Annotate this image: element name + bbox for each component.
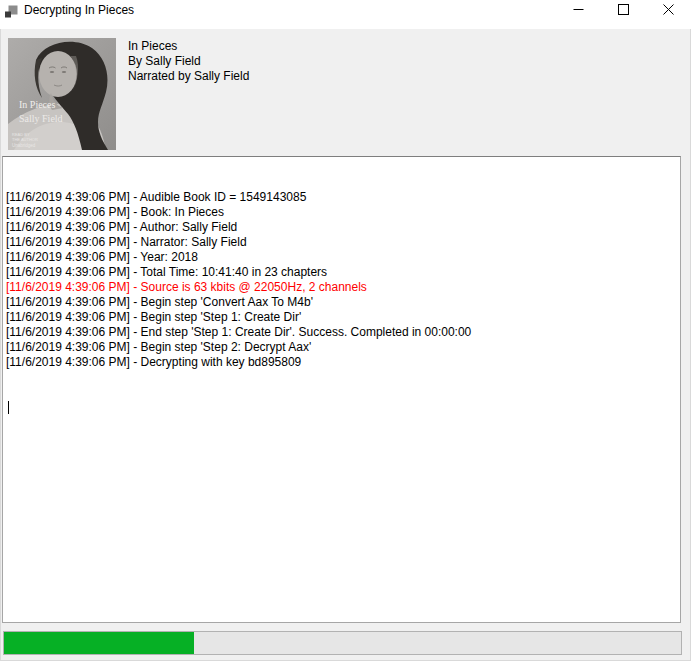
log-line: [11/6/2019 4:39:06 PM] - Begin step 'Ste… xyxy=(6,340,677,355)
minimize-icon xyxy=(573,4,584,15)
maximize-icon xyxy=(618,4,629,15)
log-line: [11/6/2019 4:39:06 PM] - Author: Sally F… xyxy=(6,220,677,235)
log-line: [11/6/2019 4:39:06 PM] - Begin step 'Con… xyxy=(6,295,677,310)
book-cover-art: In Pieces Sally Field READ BY THE AUTHOR… xyxy=(8,38,116,150)
log-line: [11/6/2019 4:39:06 PM] - End step 'Step … xyxy=(6,325,677,340)
text-caret xyxy=(8,401,9,414)
log-line: [11/6/2019 4:39:06 PM] - Total Time: 10:… xyxy=(6,265,677,280)
title-bar[interactable]: Decrypting In Pieces xyxy=(0,0,691,29)
window-title: Decrypting In Pieces xyxy=(24,3,134,17)
log-line: [11/6/2019 4:39:06 PM] - Source is 63 kb… xyxy=(6,280,677,295)
log-line: [11/6/2019 4:39:06 PM] - Audible Book ID… xyxy=(6,190,677,205)
window-controls xyxy=(556,0,691,20)
app-icon[interactable] xyxy=(4,4,18,18)
book-info: In Pieces By Sally Field Narrated by Sal… xyxy=(128,39,249,84)
book-author-label: By Sally Field xyxy=(128,54,249,69)
progress-bar xyxy=(3,631,682,655)
book-cover-image: In Pieces Sally Field READ BY THE AUTHOR… xyxy=(8,38,116,150)
log-line: [11/6/2019 4:39:06 PM] - Decrypting with… xyxy=(6,355,677,370)
close-button[interactable] xyxy=(646,0,691,19)
log-textbox[interactable]: [11/6/2019 4:39:06 PM] - Audible Book ID… xyxy=(2,156,681,623)
cover-edition-text: Unabridged xyxy=(12,143,36,148)
book-title-label: In Pieces xyxy=(128,39,249,54)
cover-author-text: Sally Field xyxy=(19,113,63,124)
log-line: [11/6/2019 4:39:06 PM] - Year: 2018 xyxy=(6,250,677,265)
log-line: [11/6/2019 4:39:06 PM] - Book: In Pieces xyxy=(6,205,677,220)
progress-fill xyxy=(4,632,194,654)
close-icon xyxy=(663,4,674,15)
maximize-button[interactable] xyxy=(601,0,646,19)
log-line: [11/6/2019 4:39:06 PM] - Narrator: Sally… xyxy=(6,235,677,250)
minimize-button[interactable] xyxy=(556,0,601,19)
log-line: [11/6/2019 4:39:06 PM] - Begin step 'Ste… xyxy=(6,310,677,325)
log-lines: [11/6/2019 4:39:06 PM] - Audible Book ID… xyxy=(6,190,677,370)
book-narrator-label: Narrated by Sally Field xyxy=(128,69,249,84)
app-window: Decrypting In Pieces xyxy=(0,0,691,661)
caret-line xyxy=(6,400,677,415)
cover-readby-line2: THE AUTHOR xyxy=(12,137,38,142)
cover-title-text: In Pieces xyxy=(19,99,55,110)
application-window-icon xyxy=(4,4,18,18)
